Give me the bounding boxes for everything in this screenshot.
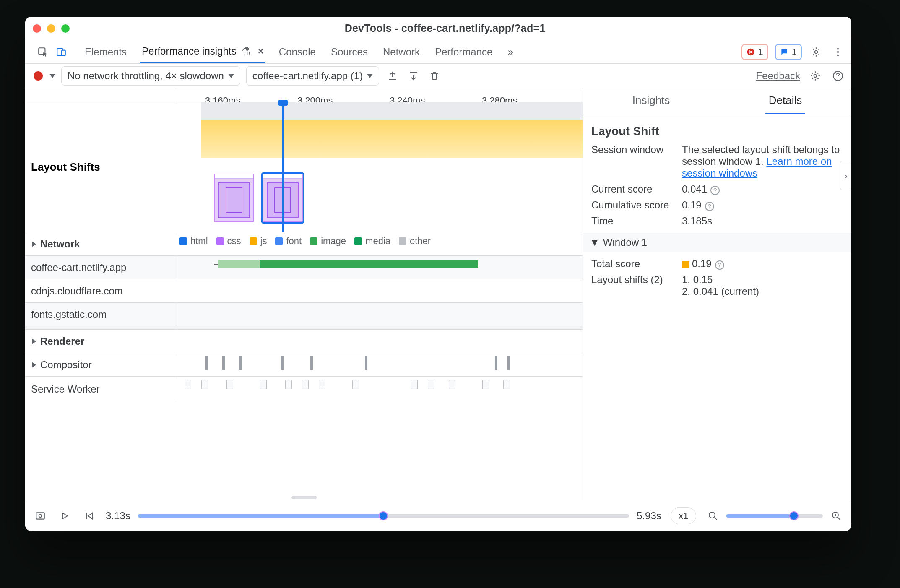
svg-rect-2 [62,50,65,55]
details-tabs: Insights Details [583,88,851,114]
jump-start-icon[interactable] [81,508,96,523]
help-icon[interactable]: ? [705,202,714,211]
shift-score-band [201,120,583,158]
inspect-element-icon[interactable] [35,44,50,60]
help-icon[interactable] [830,68,845,83]
timeline-pane: 3,160ms 3,200ms 3,240ms 3,280ms Layout S… [25,88,583,500]
tab-elements[interactable]: Elements [83,41,128,63]
close-tab-button[interactable]: × [258,45,264,57]
compositor-lane: Compositor [25,353,583,377]
host-label: cdnjs.cloudflare.com [25,279,176,302]
resize-grip[interactable] [291,496,317,499]
time-range-slider[interactable] [138,514,629,518]
chevron-down-icon [228,74,234,78]
preview-toggle-icon[interactable] [33,508,48,523]
tab-network[interactable]: Network [381,41,421,63]
messages-badge[interactable]: 1 [775,44,802,60]
total-score-label: Total score [591,258,675,270]
playback-speed[interactable]: x1 [671,507,696,524]
expand-icon [32,338,36,344]
close-window-button[interactable] [33,24,41,33]
kebab-menu-icon[interactable] [830,44,845,60]
panel-tabstrip: Elements Performance insights ⚗ × Consol… [25,40,851,64]
device-toolbar-icon[interactable] [54,44,69,60]
host-label: fonts.gstatic.com [25,303,176,326]
lane-label[interactable]: Compositor [25,353,176,376]
footer-controls: 3.13s 5.93s x1 [25,500,851,531]
layout-shift-thumb[interactable] [214,174,254,222]
record-button[interactable] [34,71,43,81]
export-icon[interactable] [385,68,400,83]
legend-media: media [365,236,390,247]
legend-image: image [321,236,346,247]
layout-shifts-label: Layout shifts (2) [591,274,675,286]
tab-label: Performance insights [142,45,236,57]
experiment-icon: ⚗ [242,45,251,57]
delete-icon[interactable] [427,68,442,83]
tab-insights[interactable]: Insights [629,88,674,114]
shift-item[interactable]: 2. 0.041 (current) [682,286,843,297]
lane-label[interactable]: Renderer [25,330,176,353]
titlebar: DevTools - coffee-cart.netlify.app/?ad=1 [25,17,851,40]
settings-icon[interactable] [809,44,824,60]
throttling-value: No network throttling, 4× slowdown [68,70,224,82]
legend-html: html [190,236,208,247]
details-heading: Layout Shift [591,125,843,138]
panel-settings-icon[interactable] [808,68,823,83]
range-start: 3.13s [106,510,130,522]
tab-details[interactable]: Details [765,88,805,114]
maximize-window-button[interactable] [61,24,70,33]
window-controls [33,24,70,33]
legend-other: other [410,236,431,247]
tab-sources[interactable]: Sources [329,41,369,63]
session-window-text: The selected layout shift belongs to ses… [682,144,843,179]
time-ruler[interactable]: 3,160ms 3,200ms 3,240ms 3,280ms [25,88,583,102]
range-end: 5.93s [637,510,661,522]
tab-performance-insights[interactable]: Performance insights ⚗ × [140,40,265,63]
network-host-row: cdnjs.cloudflare.com [25,279,583,303]
window-subheading[interactable]: ▼ Window 1 [583,233,851,252]
lane-label: Service Worker [25,377,176,402]
score-swatch [682,261,689,268]
legend-css: css [227,236,241,247]
renderer-lane: Renderer [25,330,583,353]
svg-point-6 [837,51,839,52]
feedback-link[interactable]: Feedback [756,70,800,82]
svg-point-5 [837,48,839,49]
panel-toolbar: No network throttling, 4× slowdown coffe… [25,64,851,88]
network-host-row: fonts.gstatic.com [25,303,583,326]
expand-side-icon[interactable]: › [840,161,851,190]
lane-label[interactable]: Network [25,232,176,255]
svg-point-7 [837,54,839,56]
help-icon[interactable]: ? [715,260,724,270]
throttling-select[interactable]: No network throttling, 4× slowdown [61,66,240,86]
window-title: DevTools - coffee-cart.netlify.app/?ad=1 [77,22,813,34]
svg-rect-10 [36,513,44,519]
record-menu-chevron-icon[interactable] [49,74,55,78]
zoom-in-icon[interactable] [829,508,844,523]
request-bar[interactable] [260,260,478,268]
help-icon[interactable]: ? [710,186,720,195]
session-window-label: Session window [591,144,675,156]
play-button[interactable] [57,508,72,523]
playhead[interactable] [282,102,284,232]
tab-performance[interactable]: Performance [433,41,494,63]
errors-badge[interactable]: 1 [741,44,768,60]
shift-item[interactable]: 1. 0.15 [682,274,843,286]
request-bar[interactable] [218,260,260,268]
devtools-window: DevTools - coffee-cart.netlify.app/?ad=1… [25,17,851,531]
cumulative-score-value: 0.19? [682,199,843,211]
disclosure-icon: ▼ [590,237,600,248]
zoom-slider[interactable] [726,514,823,518]
messages-count: 1 [792,47,797,57]
expand-icon [32,241,36,247]
errors-count: 1 [758,47,763,57]
layout-shifts-lane: Layout Shifts [25,102,583,232]
import-icon[interactable] [406,68,421,83]
zoom-out-icon[interactable] [705,508,721,523]
recording-select[interactable]: coffee-cart.netlify.app (1) [246,66,379,86]
minimize-window-button[interactable] [47,24,55,33]
tabs-overflow[interactable]: » [506,41,515,63]
tab-console[interactable]: Console [277,41,317,63]
network-legend: html css js font image media other [176,232,583,251]
